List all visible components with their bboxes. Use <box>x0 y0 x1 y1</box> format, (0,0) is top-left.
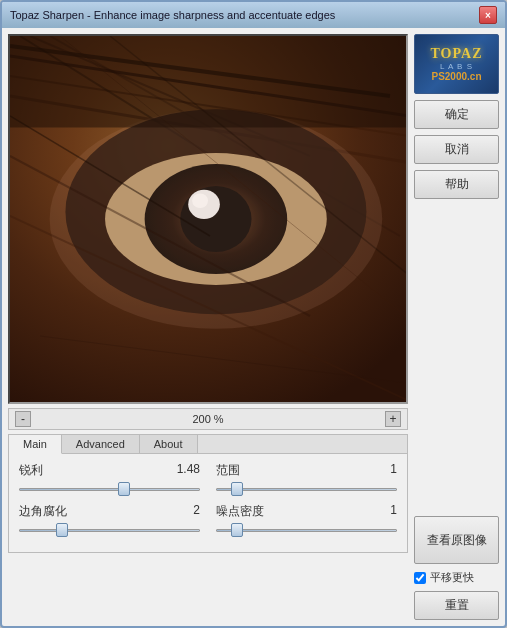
window-title: Topaz Sharpen - Enhance image sharpness … <box>10 9 335 21</box>
tab-main[interactable]: Main <box>9 435 62 454</box>
topaz-brand: TOPAZ <box>431 46 483 62</box>
range-slider-track <box>216 488 397 491</box>
noise-density-slider-thumb[interactable] <box>231 523 243 537</box>
preview-image <box>8 34 408 404</box>
tab-advanced[interactable]: Advanced <box>62 435 140 453</box>
noise-density-slider-track <box>216 529 397 532</box>
close-button[interactable]: × <box>479 6 497 24</box>
help-button[interactable]: 帮助 <box>414 170 499 199</box>
preview-wrapper <box>8 34 408 404</box>
noise-density-slider-container[interactable] <box>216 522 397 538</box>
reset-button[interactable]: 重置 <box>414 591 499 620</box>
controls-grid: 锐利 1.48 范围 <box>19 462 397 544</box>
corner-blur-label: 边角腐化 <box>19 503 67 520</box>
topaz-logo: TOPAZ L A B S PS2000.cn <box>414 34 499 94</box>
range-value: 1 <box>390 462 397 479</box>
svg-rect-21 <box>10 36 406 128</box>
corner-blur-value: 2 <box>193 503 200 520</box>
tabs-content: 锐利 1.48 范围 <box>9 454 407 552</box>
right-panel: TOPAZ L A B S PS2000.cn 确定 取消 帮助 查看原图像 平… <box>414 34 499 620</box>
zoom-bar: - 200 % + <box>8 408 408 430</box>
smooth-fast-label: 平移更快 <box>430 570 474 585</box>
corner-blur-slider-container[interactable] <box>19 522 200 538</box>
topaz-sub: L A B S <box>440 62 473 71</box>
spacer <box>414 205 499 510</box>
tabs-panel: Main Advanced About 锐利 1.48 <box>8 434 408 553</box>
sharpen-value: 1.48 <box>177 462 200 479</box>
title-bar: Topaz Sharpen - Enhance image sharpness … <box>2 2 505 28</box>
noise-density-value: 1 <box>390 503 397 520</box>
range-slider-container[interactable] <box>216 481 397 497</box>
sharpen-control: 锐利 1.48 <box>19 462 200 497</box>
corner-blur-control: 边角腐化 2 <box>19 503 200 538</box>
corner-blur-slider-thumb[interactable] <box>56 523 68 537</box>
sharpen-label: 锐利 <box>19 462 43 479</box>
view-original-button[interactable]: 查看原图像 <box>414 516 499 564</box>
sharpen-slider-track <box>19 488 200 491</box>
sharpen-slider-container[interactable] <box>19 481 200 497</box>
cancel-button[interactable]: 取消 <box>414 135 499 164</box>
left-panel: - 200 % + Main Advanced About 锐利 <box>8 34 408 620</box>
corner-blur-slider-track <box>19 529 200 532</box>
topaz-ps: PS2000.cn <box>431 71 481 82</box>
range-label: 范围 <box>216 462 240 479</box>
smooth-fast-row: 平移更快 <box>414 570 499 585</box>
range-slider-thumb[interactable] <box>231 482 243 496</box>
smooth-fast-checkbox[interactable] <box>414 572 426 584</box>
noise-density-label: 噪点密度 <box>216 503 264 520</box>
zoom-value: 200 % <box>35 413 381 425</box>
noise-density-control: 噪点密度 1 <box>216 503 397 538</box>
zoom-in-button[interactable]: + <box>385 411 401 427</box>
tab-about[interactable]: About <box>140 435 198 453</box>
main-content: - 200 % + Main Advanced About 锐利 <box>2 28 505 626</box>
tabs-header: Main Advanced About <box>9 435 407 454</box>
zoom-out-button[interactable]: - <box>15 411 31 427</box>
svg-point-14 <box>50 109 383 329</box>
sharpen-slider-thumb[interactable] <box>118 482 130 496</box>
confirm-button[interactable]: 确定 <box>414 100 499 129</box>
main-window: Topaz Sharpen - Enhance image sharpness … <box>0 0 507 628</box>
range-control: 范围 1 <box>216 462 397 497</box>
